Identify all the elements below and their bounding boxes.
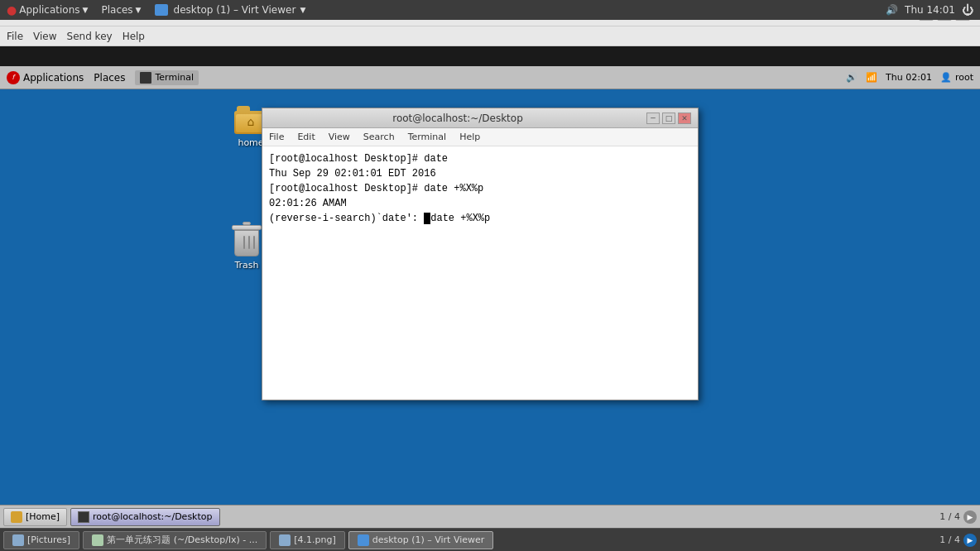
term-line-1: [root@localhost Desktop]# date bbox=[269, 151, 691, 166]
trash-line-2 bbox=[248, 236, 250, 249]
terminal-maximize-button[interactable]: □ bbox=[662, 113, 675, 124]
terminal-taskbar-icon bbox=[140, 72, 151, 84]
guest-network-icon: 📶 bbox=[866, 72, 877, 83]
virt-menu-sendkey[interactable]: Send key bbox=[67, 31, 113, 42]
trash-line-3 bbox=[253, 236, 255, 249]
trash-line-1 bbox=[243, 236, 245, 249]
host-time-area: 🔊 Thu 14:01 ⏻ bbox=[886, 3, 973, 17]
host-taskbar-img[interactable]: [4.1.png] bbox=[270, 531, 345, 549]
term-line-3: [root@localhost Desktop]# date +%X%p bbox=[269, 181, 691, 196]
terminal-menu-file[interactable]: File bbox=[269, 132, 284, 142]
terminal-menu-view[interactable]: View bbox=[329, 132, 350, 142]
trash-icon-img bbox=[232, 222, 262, 256]
guest-user-label: root bbox=[955, 72, 973, 83]
guest-places-label: Places bbox=[94, 72, 125, 84]
host-topbar: ● Applications ▼ Places ▼ desktop (1) – … bbox=[0, 0, 980, 20]
host-page-text: 1 / 4 bbox=[939, 534, 960, 545]
virt-menu-file[interactable]: File bbox=[7, 31, 23, 42]
vv-icon bbox=[358, 534, 369, 546]
terminal-menu-search[interactable]: Search bbox=[363, 132, 395, 142]
host-taskbar-pictures[interactable]: [Pictures] bbox=[3, 531, 79, 549]
host-page-indicator: 1 / 4 ▶ bbox=[939, 534, 977, 547]
term-line-5: (reverse-i-search)`date': date +%X%p bbox=[269, 211, 691, 226]
guest-page-text: 1 / 4 bbox=[939, 511, 960, 522]
terminal-content[interactable]: [root@localhost Desktop]# date Thu Sep 2… bbox=[262, 146, 698, 400]
host-places-menu[interactable]: Places ▼ bbox=[101, 4, 141, 16]
terminal-controls: ─ □ ✕ bbox=[646, 113, 691, 124]
host-task-doc-label: 第一单元练习题 (~/Desktop/lx) - ... bbox=[107, 534, 257, 546]
guest-screen: f Applications Places Terminal 🔊 📶 Thu 0… bbox=[0, 66, 980, 528]
guest-page-badge: ▶ bbox=[963, 510, 977, 524]
host-window-label: desktop (1) – Virt Viewer ▼ bbox=[155, 4, 306, 16]
terminal-menu-help[interactable]: Help bbox=[459, 132, 480, 142]
terminal-menu-terminal[interactable]: Terminal bbox=[408, 132, 447, 142]
terminal-menu-edit[interactable]: Edit bbox=[297, 132, 315, 142]
pictures-icon bbox=[12, 534, 24, 546]
trash-icon-label: Trash bbox=[234, 260, 258, 271]
terminal-close-button[interactable]: ✕ bbox=[678, 113, 691, 124]
host-apps-label: Applications bbox=[19, 4, 79, 16]
guest-panel: f Applications Places Terminal 🔊 📶 Thu 0… bbox=[0, 66, 980, 89]
doc-icon bbox=[92, 534, 103, 546]
terminal-taskbar-small-icon bbox=[78, 511, 89, 523]
terminal-window: root@localhost:~/Desktop ─ □ ✕ File Edit… bbox=[262, 108, 699, 400]
host-places-label: Places bbox=[101, 4, 132, 16]
guest-apps-label: Applications bbox=[23, 72, 84, 84]
guest-page-indicator: 1 / 4 ▶ bbox=[939, 510, 977, 524]
virt-menu-help[interactable]: Help bbox=[122, 31, 145, 42]
guest-taskbar-home-label: [Home] bbox=[26, 511, 60, 522]
guest-taskbar-terminal-label: root@localhost:~/Desktop bbox=[93, 511, 212, 522]
guest-clock: Thu 02:01 bbox=[886, 72, 932, 83]
term-line-4: 02:01:26 AMAM bbox=[269, 196, 691, 211]
host-page-badge: ▶ bbox=[963, 534, 977, 547]
terminal-minimize-button[interactable]: ─ bbox=[646, 113, 660, 124]
virt-menubar: File View Send key Help bbox=[0, 26, 980, 46]
host-apps-menu[interactable]: ● Applications ▼ bbox=[7, 3, 88, 17]
guest-user-area: 👤 root bbox=[940, 72, 973, 83]
host-taskbar: [Pictures] 第一单元练习题 (~/Desktop/lx) - ... … bbox=[0, 528, 980, 551]
host-volume-icon: 🔊 bbox=[886, 4, 898, 16]
guest-user-icon: 👤 bbox=[940, 72, 952, 83]
guest-volume-icon: 🔊 bbox=[846, 72, 858, 83]
guest-taskbar: [Home] root@localhost:~/Desktop 1 / 4 ▶ bbox=[0, 505, 980, 528]
home-taskbar-icon bbox=[11, 511, 22, 523]
home-icon-label: home bbox=[238, 137, 263, 148]
host-task-pictures-label: [Pictures] bbox=[27, 534, 70, 545]
host-clock: Thu 14:01 bbox=[905, 4, 955, 16]
guest-apps-menu[interactable]: f Applications bbox=[7, 71, 84, 84]
host-window-title: desktop (1) – Virt Viewer bbox=[174, 4, 296, 16]
terminal-cursor bbox=[424, 213, 430, 224]
terminal-menubar: File Edit View Search Terminal Help bbox=[262, 128, 698, 146]
term-line-2: Thu Sep 29 02:01:01 EDT 2016 bbox=[269, 166, 691, 181]
guest-places-menu[interactable]: Places bbox=[94, 72, 125, 84]
virt-menu-view[interactable]: View bbox=[33, 31, 56, 42]
home-symbol: ⌂ bbox=[247, 115, 255, 128]
host-taskbar-vv[interactable]: desktop (1) – Virt Viewer bbox=[348, 531, 494, 549]
guest-taskbar-home[interactable]: [Home] bbox=[3, 508, 67, 526]
guest-taskbar-terminal[interactable]: root@localhost:~/Desktop bbox=[70, 508, 219, 526]
host-power-icon: ⏻ bbox=[962, 3, 973, 17]
img-icon bbox=[279, 534, 291, 546]
guest-panel-time-area: 🔊 📶 Thu 02:01 👤 root bbox=[846, 72, 973, 83]
terminal-titlebar: root@localhost:~/Desktop ─ □ ✕ bbox=[262, 108, 698, 128]
host-taskbar-doc[interactable]: 第一单元练习题 (~/Desktop/lx) - ... bbox=[83, 531, 267, 549]
host-task-img-label: [4.1.png] bbox=[294, 534, 336, 545]
trash-lines bbox=[243, 236, 255, 249]
guest-terminal-label: Terminal bbox=[155, 72, 194, 83]
guest-terminal-taskbtn[interactable]: Terminal bbox=[135, 70, 199, 85]
fedora-icon: f bbox=[7, 71, 20, 84]
trash-body bbox=[234, 230, 259, 256]
host-task-vv-label: desktop (1) – Virt Viewer bbox=[372, 534, 485, 545]
terminal-title: root@localhost:~/Desktop bbox=[269, 113, 646, 124]
